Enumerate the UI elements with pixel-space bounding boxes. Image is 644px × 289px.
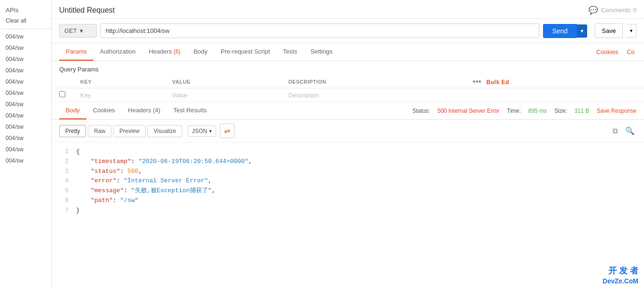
preview-btn[interactable]: Preview (113, 125, 146, 137)
toolbar-right: ⧉ 🔍 (611, 125, 636, 137)
line-7: 7 } (59, 206, 636, 216)
tab-headers[interactable]: Headers (6) (142, 43, 187, 61)
format-dropdown-icon: ▾ (209, 128, 212, 134)
co-link[interactable]: Co (625, 44, 636, 60)
line-4: 4 "error": "Internal Server Error", (59, 176, 636, 186)
copy-button[interactable]: ⧉ (611, 125, 620, 137)
body-toolbar: Pretty Raw Preview Visualize JSON ▾ ⇌ ⧉ … (52, 120, 644, 142)
tab-settings[interactable]: Settings (304, 43, 339, 61)
comments-count: 0 (633, 7, 636, 14)
tab-tests[interactable]: Tests (277, 43, 304, 61)
visualize-btn[interactable]: Visualize (147, 125, 182, 137)
size-label: Size: (554, 108, 567, 114)
sidebar-item-4[interactable]: 004/sw (0, 76, 51, 87)
method-select[interactable]: GET ▾ (59, 24, 97, 38)
method-dropdown-icon: ▾ (80, 27, 83, 34)
cookies-link[interactable]: Cookies (594, 44, 620, 60)
status-value: 500 Internal Server Error (437, 108, 499, 114)
tabs-right: Cookies Co (594, 44, 636, 60)
method-label: GET (64, 27, 77, 34)
response-tabs-row: Body Cookies Headers (4) Test Results St… (52, 102, 644, 120)
send-dropdown-button[interactable]: ▾ (577, 24, 587, 38)
line-6: 6 "path": "/sw" (59, 196, 636, 206)
value-cell[interactable]: Value (165, 88, 281, 102)
sidebar-item-2[interactable]: 004/sw (0, 54, 51, 65)
url-input[interactable] (101, 23, 539, 38)
line-3: 3 "status": 500, (59, 167, 636, 177)
request-header: Untitled Request 💬 Comments 0 (52, 0, 644, 19)
raw-btn[interactable]: Raw (88, 125, 111, 137)
request-title: Untitled Request (59, 6, 115, 15)
line-5: 5 "message": "失败,被Exception捕获了", (59, 186, 636, 196)
line-1: 1 { (59, 147, 636, 157)
comments-icon: 💬 (589, 6, 598, 15)
sidebar-item-11[interactable]: 004/sw (0, 155, 51, 166)
desc-col-header: DESCRIPTION (281, 76, 466, 88)
main-panel: Untitled Request 💬 Comments 0 GET ▾ Send… (52, 0, 644, 289)
tab-prerequest[interactable]: Pre-request Script (214, 43, 277, 61)
sidebar: APIs Clear all 004/sw 004/sw 004/sw 004/… (0, 0, 52, 289)
response-tab-headers[interactable]: Headers (4) (122, 102, 167, 119)
response-tab-cookies[interactable]: Cookies (86, 102, 122, 119)
wrap-button[interactable]: ⇌ (220, 124, 234, 138)
time-label: Time: (507, 108, 521, 114)
sidebar-item-3[interactable]: 004/sw (0, 65, 51, 76)
save-button[interactable]: Save (595, 23, 623, 38)
sidebar-apis-label: APIs (0, 5, 51, 17)
status-label: Status: (412, 108, 430, 114)
response-tab-body[interactable]: Body (59, 102, 86, 119)
sidebar-item-10[interactable]: 004/sw (0, 144, 51, 155)
tab-params[interactable]: Params (59, 43, 93, 61)
key-cell[interactable]: Key (73, 88, 165, 102)
comments-area: 💬 Comments 0 (589, 6, 636, 15)
params-table: KEY VALUE DESCRIPTION ••• Bulk Ed Key Va… (52, 76, 644, 102)
headers-badge: (6) (173, 48, 180, 55)
format-select[interactable]: JSON ▾ (188, 125, 216, 137)
sidebar-item-8[interactable]: 004/sw (0, 121, 51, 133)
sidebar-item-6[interactable]: 004/sw (0, 99, 51, 110)
actions-col-header: ••• Bulk Ed (466, 76, 644, 88)
time-value: 895 ms (528, 108, 547, 114)
send-button[interactable]: Send (543, 24, 577, 38)
row-checkbox[interactable] (59, 91, 65, 97)
bulk-edit-link[interactable]: Bulk Ed (487, 79, 509, 86)
send-btn-group: Send ▾ (543, 24, 588, 38)
url-bar: GET ▾ Send ▾ Save ▾ (52, 19, 644, 43)
sidebar-item-9[interactable]: 004/sw (0, 133, 51, 144)
sidebar-item-7[interactable]: 004/sw (0, 110, 51, 121)
checkbox-col-header (52, 76, 73, 88)
tab-authorization[interactable]: Authorization (93, 43, 142, 61)
response-status-area: Status: 500 Internal Server Error Time: … (412, 108, 636, 114)
sidebar-clear-button[interactable]: Clear all (0, 17, 51, 29)
sidebar-item-1[interactable]: 004/sw (0, 42, 51, 54)
desc-cell[interactable]: Description (281, 88, 466, 102)
value-col-header: VALUE (165, 76, 281, 88)
tab-body[interactable]: Body (187, 43, 214, 61)
code-area: 1 { 2 "timestamp": "2020-06-19T06:20:50.… (52, 142, 644, 289)
sidebar-item-5[interactable]: 004/sw (0, 87, 51, 99)
key-col-header: KEY (73, 76, 165, 88)
format-label: JSON (192, 128, 207, 134)
response-tab-test-results[interactable]: Test Results (167, 102, 213, 119)
row-actions-cell (466, 88, 644, 102)
request-tabs: Params Authorization Headers (6) Body Pr… (52, 43, 644, 61)
row-checkbox-cell (52, 88, 73, 102)
save-dropdown-button[interactable]: ▾ (627, 24, 636, 38)
pretty-btn[interactable]: Pretty (59, 125, 86, 137)
query-params-title: Query Params (52, 61, 644, 76)
sidebar-divider (0, 29, 51, 29)
line-2: 2 "timestamp": "2020-06-19T06:20:50.644+… (59, 157, 636, 167)
sidebar-item-0[interactable]: 004/sw (0, 31, 51, 42)
body-viewer: Pretty Raw Preview Visualize JSON ▾ ⇌ ⧉ … (52, 120, 644, 289)
search-button[interactable]: 🔍 (623, 125, 636, 137)
comments-label: Comments (601, 7, 630, 14)
more-options-icon[interactable]: ••• (473, 78, 481, 86)
table-row: Key Value Description (52, 88, 644, 102)
save-response-button[interactable]: Save Response (597, 108, 636, 114)
size-value: 311 B (574, 108, 589, 114)
